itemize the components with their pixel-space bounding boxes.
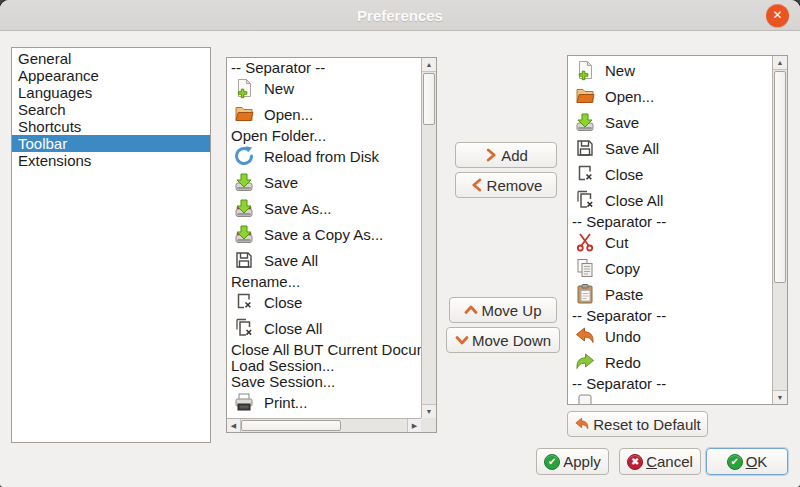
undo-icon <box>574 325 596 347</box>
list-item-label: Close <box>264 294 302 311</box>
list-item-label: Redo <box>605 354 641 371</box>
check-circle-icon: ✔ <box>727 454 743 470</box>
sidebar-item-toolbar[interactable]: Toolbar <box>12 135 210 152</box>
new-document-icon <box>574 59 596 81</box>
list-item-label: Save Session... <box>231 373 335 390</box>
titlebar[interactable]: Preferences ✕ <box>0 0 800 31</box>
list-item-label: Close <box>605 166 643 183</box>
reload-icon <box>233 145 255 167</box>
sidebar-item-appearance[interactable]: Appearance <box>12 67 210 84</box>
add-button[interactable]: Add <box>455 142 557 168</box>
list-item-save-all[interactable]: Save All <box>568 135 772 161</box>
list-item-open-folder[interactable]: Open Folder... <box>227 127 421 143</box>
scroll-down-arrow-icon[interactable]: ▼ <box>773 390 787 404</box>
sidebar-item-extensions[interactable]: Extensions <box>12 152 210 169</box>
remove-button[interactable]: Remove <box>455 172 557 198</box>
list-item-label: Rename... <box>231 273 300 290</box>
list-item-cut[interactable]: Cut <box>568 229 772 255</box>
sidebar-item-languages[interactable]: Languages <box>12 84 210 101</box>
copy-icon <box>574 257 596 279</box>
list-item-label: Reload from Disk <box>264 148 379 165</box>
list-item-rename[interactable]: Rename... <box>227 273 421 289</box>
paste-icon <box>574 283 596 305</box>
list-item-close[interactable]: Close <box>227 289 421 315</box>
add-button-label: Add <box>501 147 528 164</box>
scroll-up-arrow-icon[interactable]: ▲ <box>773 56 787 70</box>
list-item-load-session[interactable]: Load Session... <box>227 357 421 373</box>
list-item-label: Open Folder... <box>231 127 326 144</box>
save-all-icon <box>233 249 255 271</box>
move-down-button[interactable]: Move Down <box>446 327 560 353</box>
list-item-redo[interactable]: Redo <box>568 349 772 375</box>
list-item-label: Close All <box>605 192 663 209</box>
horizontal-scroll-thumb[interactable] <box>241 420 341 431</box>
list-item-save-a-copy-as[interactable]: Save a Copy As... <box>227 221 421 247</box>
list-item-separator[interactable]: -- Separator -- <box>568 307 772 323</box>
ok-button[interactable]: ✔ OK <box>706 448 788 475</box>
cut-icon <box>574 231 596 253</box>
window-close-button[interactable]: ✕ <box>766 4 789 27</box>
list-item-save-as[interactable]: Save As... <box>227 195 421 221</box>
apply-button[interactable]: ✔ Apply <box>536 448 609 475</box>
list-item-save-session[interactable]: Save Session... <box>227 373 421 389</box>
chevron-down-icon <box>455 333 469 347</box>
save-icon <box>574 111 596 133</box>
list-item-open[interactable]: Open... <box>568 83 772 109</box>
available-items-viewport: -- Separator --NewOpen...Open Folder...R… <box>227 58 421 418</box>
list-item-save[interactable]: Save <box>227 169 421 195</box>
scroll-down-arrow-icon[interactable]: ▼ <box>422 404 436 418</box>
cancel-button[interactable]: ✖ Cancel <box>619 448 701 475</box>
reset-to-default-button[interactable]: Reset to Default <box>567 411 708 437</box>
list-item-close-all[interactable]: Close All <box>227 315 421 341</box>
list-item-label: -- Separator -- <box>572 307 666 324</box>
available-items-list[interactable]: -- Separator --NewOpen...Open Folder...R… <box>226 57 437 433</box>
chevron-right-icon <box>484 148 498 162</box>
cross-circle-icon: ✖ <box>627 454 643 470</box>
chevron-left-icon <box>470 178 484 192</box>
list-item-separator[interactable]: -- Separator -- <box>568 375 772 391</box>
list-item-separator[interactable]: -- Separator -- <box>227 59 421 75</box>
list-item-label: Save As... <box>264 200 332 217</box>
cancel-button-label: Cancel <box>646 453 693 470</box>
list-item-label: Close All BUT Current Document <box>231 341 421 358</box>
vertical-scroll-thumb[interactable] <box>423 73 435 125</box>
list-item-reload-from-disk[interactable]: Reload from Disk <box>227 143 421 169</box>
move-down-button-label: Move Down <box>472 332 551 349</box>
list-item-label: Print... <box>264 394 307 411</box>
list-item-new[interactable]: New <box>227 75 421 101</box>
scroll-left-arrow-icon[interactable]: ◀ <box>227 419 241 432</box>
toolbar-vertical-scrollbar[interactable]: ▲ ▼ <box>772 56 787 404</box>
move-up-button[interactable]: Move Up <box>449 297 557 323</box>
preferences-dialog: Preferences ✕ GeneralAppearanceLanguages… <box>0 0 800 487</box>
list-item-close[interactable]: Close <box>568 161 772 187</box>
list-item-print[interactable]: Print... <box>227 389 421 415</box>
sidebar-item-general[interactable]: General <box>12 50 210 67</box>
vertical-scroll-thumb[interactable] <box>774 71 786 283</box>
list-item-close-all[interactable]: Close All <box>568 187 772 213</box>
list-item-label: Open... <box>264 106 313 123</box>
list-item-label: New <box>605 62 635 79</box>
list-item-save-all[interactable]: Save All <box>227 247 421 273</box>
list-item-copy[interactable]: Copy <box>568 255 772 281</box>
list-item-undo[interactable]: Undo <box>568 323 772 349</box>
list-item-new[interactable]: New <box>568 57 772 83</box>
list-item-paste[interactable]: Paste <box>568 281 772 307</box>
list-item-label: Save a Copy As... <box>264 226 383 243</box>
chevron-up-icon <box>464 303 478 317</box>
close-all-icon <box>574 189 596 211</box>
available-horizontal-scrollbar[interactable]: ◀ ▶ <box>227 418 421 432</box>
list-item-save[interactable]: Save <box>568 109 772 135</box>
category-list[interactable]: GeneralAppearanceLanguagesSearchShortcut… <box>11 47 211 443</box>
scroll-up-arrow-icon[interactable]: ▲ <box>422 58 436 72</box>
list-item-label: Undo <box>605 328 641 345</box>
sidebar-item-search[interactable]: Search <box>12 101 210 118</box>
sidebar-item-shortcuts[interactable]: Shortcuts <box>12 118 210 135</box>
list-item-separator[interactable]: -- Separator -- <box>568 213 772 229</box>
list-item-open[interactable]: Open... <box>227 101 421 127</box>
scroll-right-arrow-icon[interactable]: ▶ <box>407 419 421 432</box>
list-item-document[interactable] <box>568 391 772 404</box>
current-toolbar-list[interactable]: NewOpen...SaveSave AllCloseClose All-- S… <box>567 55 788 405</box>
list-item-label: Paste <box>605 286 643 303</box>
list-item-close-all-but-current-document[interactable]: Close All BUT Current Document <box>227 341 421 357</box>
available-vertical-scrollbar[interactable]: ▲ ▼ <box>421 58 436 418</box>
